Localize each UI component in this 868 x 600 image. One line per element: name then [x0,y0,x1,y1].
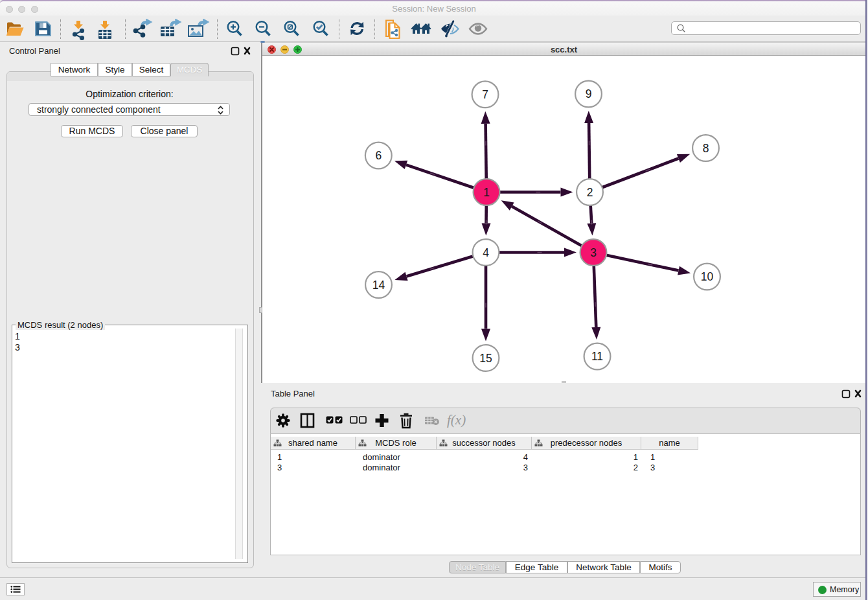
svg-text:14: 14 [372,279,385,292]
svg-text:4: 4 [483,246,489,259]
svg-text:2: 2 [587,186,593,199]
svg-text:10: 10 [701,270,714,283]
svg-text:7: 7 [482,88,488,101]
svg-text:15: 15 [479,352,492,365]
svg-text:6: 6 [375,149,382,162]
svg-text:9: 9 [586,87,592,100]
svg-text:1: 1 [483,186,490,199]
svg-text:8: 8 [703,142,709,155]
svg-text:11: 11 [591,350,603,363]
svg-text:3: 3 [590,246,597,259]
